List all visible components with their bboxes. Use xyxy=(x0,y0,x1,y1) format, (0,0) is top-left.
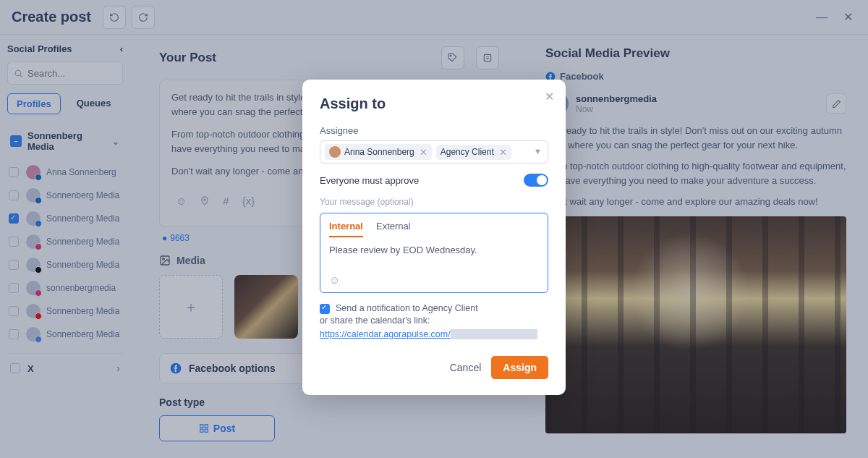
tab-internal[interactable]: Internal xyxy=(329,221,363,237)
assignee-chip: Agency Client ✕ xyxy=(436,145,511,160)
share-label: or share the calendar's link: xyxy=(320,315,548,326)
modal-overlay: ✕ Assign to Assignee Anna Sonnenberg ✕ A… xyxy=(0,0,868,458)
close-icon[interactable]: ✕ xyxy=(545,90,554,103)
redacted-text xyxy=(451,329,537,339)
notify-checkbox[interactable] xyxy=(320,304,330,314)
assignee-select[interactable]: Anna Sonnenberg ✕ Agency Client ✕ ▼ xyxy=(320,140,548,164)
modal-title: Assign to xyxy=(320,96,548,112)
assign-modal: ✕ Assign to Assignee Anna Sonnenberg ✕ A… xyxy=(302,80,566,395)
message-label: Your message (optional) xyxy=(320,197,548,207)
assignee-chip: Anna Sonnenberg ✕ xyxy=(325,144,432,160)
share-link[interactable]: https://calendar.agorapulse.com/ xyxy=(320,329,451,339)
cancel-button[interactable]: Cancel xyxy=(450,362,482,373)
notify-label: Send a notification to Agency Client xyxy=(336,303,478,313)
assignee-label: Assignee xyxy=(320,125,548,136)
message-box[interactable]: Internal External Please review by EOD W… xyxy=(320,213,548,293)
message-text[interactable]: Please review by EOD Wednesday. xyxy=(329,245,539,265)
remove-chip-icon[interactable]: ✕ xyxy=(499,147,507,158)
approve-label: Everyone must approve xyxy=(320,175,419,186)
approve-toggle[interactable] xyxy=(524,174,548,187)
tab-external[interactable]: External xyxy=(376,221,411,237)
avatar xyxy=(329,146,341,158)
chevron-down-icon[interactable]: ▼ xyxy=(534,147,542,156)
remove-chip-icon[interactable]: ✕ xyxy=(420,147,427,158)
assign-button[interactable]: Assign xyxy=(491,356,548,379)
emoji-icon[interactable]: ☺ xyxy=(329,273,340,286)
